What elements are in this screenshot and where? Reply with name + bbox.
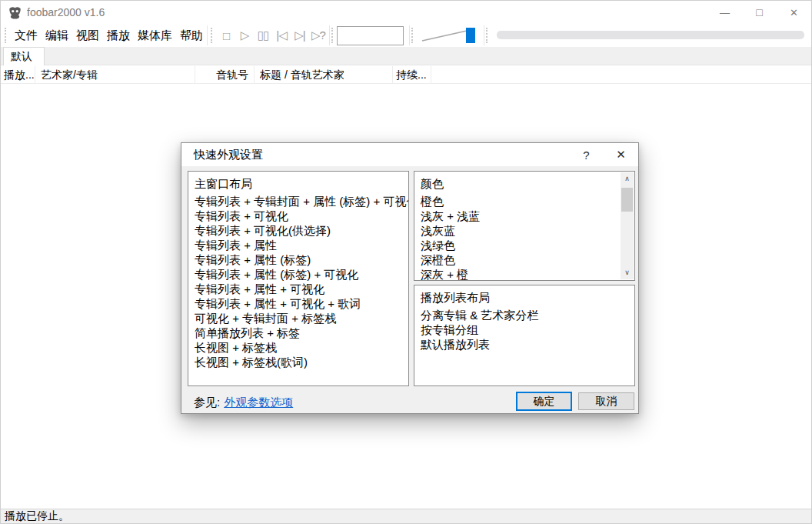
- scroll-up-icon[interactable]: ∧: [621, 172, 634, 185]
- playlist-layout-header: 播放列表布局: [421, 290, 628, 305]
- menu-edit[interactable]: 编辑: [42, 24, 72, 47]
- column-artist-album[interactable]: 艺术家/专辑: [35, 66, 195, 84]
- volume-slider[interactable]: [421, 25, 478, 45]
- list-item[interactable]: 分离专辑 & 艺术家分栏: [421, 308, 628, 322]
- toolbar-separator: [329, 25, 330, 45]
- list-item[interactable]: 专辑列表 + 可视化: [195, 209, 402, 223]
- column-playing[interactable]: 播放...: [1, 66, 35, 84]
- quick-appearance-dialog: 快速外观设置 ? ✕ 主窗口布局 专辑列表 + 专辑封面 + 属性 (标签) +…: [181, 142, 639, 414]
- order-combobox[interactable]: [337, 26, 404, 45]
- list-item[interactable]: 橙色: [421, 194, 614, 209]
- status-bar: 播放已停止。: [1, 509, 811, 523]
- dialog-title-bar: 快速外观设置 ? ✕: [181, 143, 638, 166]
- maximize-button[interactable]: □: [742, 1, 777, 24]
- list-item[interactable]: 专辑列表 + 可视化(供选择): [195, 223, 402, 238]
- list-item[interactable]: 长视图 + 标签栈(歌词): [195, 355, 402, 369]
- help-icon[interactable]: ?: [569, 143, 604, 166]
- list-item[interactable]: 长视图 + 标签栈: [195, 340, 402, 355]
- next-track-icon[interactable]: ▷|: [291, 25, 309, 45]
- toolbar-separator: [207, 25, 208, 45]
- toolbar-separator: [484, 25, 484, 45]
- list-item[interactable]: 专辑列表 + 属性 (标签): [195, 252, 402, 267]
- previous-track-icon[interactable]: |◁: [272, 25, 291, 45]
- see-also-label: 参见:: [194, 396, 220, 410]
- window-title: foobar2000 v1.6: [27, 6, 105, 18]
- column-duration[interactable]: 持续...: [393, 66, 431, 84]
- foobar2000-logo-icon: [8, 6, 22, 19]
- list-item[interactable]: 默认播放列表: [421, 337, 628, 352]
- foobar2000-window: foobar2000 v1.6 — □ ✕ 文件 编辑 视图 播放 媒体库 帮助…: [0, 0, 812, 524]
- stop-icon[interactable]: □: [217, 25, 235, 45]
- list-item[interactable]: 专辑列表 + 属性 + 可视化 + 歌词: [195, 296, 402, 311]
- menu-library[interactable]: 媒体库: [134, 24, 176, 47]
- toolbar-gripper[interactable]: [331, 28, 333, 43]
- seek-bar[interactable]: [497, 31, 804, 39]
- toolbar-gripper[interactable]: [211, 28, 212, 43]
- menu-playback[interactable]: 播放: [103, 24, 134, 47]
- list-item[interactable]: 专辑列表 + 专辑封面 + 属性 (标签) + 可视化 + 歌词: [195, 194, 402, 209]
- list-item[interactable]: 浅灰 + 浅蓝: [421, 209, 614, 223]
- toolbar-gripper[interactable]: [5, 28, 6, 43]
- close-button[interactable]: ✕: [777, 1, 811, 24]
- colors-header: 颜色: [421, 176, 614, 191]
- menu-toolbar-row: 文件 编辑 视图 播放 媒体库 帮助 □ ▷ ▯▯ |◁ ▷| ▷?: [1, 24, 811, 47]
- dialog-title: 快速外观设置: [181, 148, 263, 162]
- window-controls: — □ ✕: [707, 1, 811, 24]
- playlist-layout-listbox[interactable]: 播放列表布局 分离专辑 & 艺术家分栏 按专辑分组 默认播放列表: [414, 285, 635, 386]
- list-item[interactable]: 深橙色: [421, 252, 614, 267]
- column-track-number[interactable]: 音轨号: [195, 66, 255, 84]
- list-item[interactable]: 专辑列表 + 属性: [195, 238, 402, 252]
- list-item[interactable]: 简单播放列表 + 标签: [195, 325, 402, 340]
- toolbar-gripper[interactable]: [486, 28, 488, 43]
- volume-slider-handle: [466, 28, 475, 43]
- list-item[interactable]: 深灰 + 橙: [421, 267, 614, 281]
- dialog-caption-buttons: ? ✕: [569, 143, 638, 166]
- playback-buttons: □ ▷ ▯▯ |◁ ▷| ▷?: [217, 24, 328, 47]
- column-title-track-artist[interactable]: 标题 / 音轨艺术家: [255, 66, 393, 84]
- scroll-down-icon[interactable]: ∨: [621, 266, 634, 279]
- menu-file[interactable]: 文件: [11, 24, 42, 47]
- ok-button[interactable]: 确定: [516, 392, 572, 411]
- playlist-tab-strip: 默认: [1, 47, 811, 65]
- minimize-button[interactable]: —: [707, 1, 742, 24]
- list-item[interactable]: 专辑列表 + 属性 + 可视化: [195, 282, 402, 296]
- playlist-column-headers: 播放... 艺术家/专辑 音轨号 标题 / 音轨艺术家 持续...: [1, 66, 811, 84]
- dialog-close-icon[interactable]: ✕: [604, 143, 638, 166]
- list-item[interactable]: 可视化 + 专辑封面 + 标签栈: [195, 311, 402, 325]
- list-item[interactable]: 浅绿色: [421, 238, 614, 252]
- status-text: 播放已停止。: [5, 509, 69, 523]
- random-track-icon[interactable]: ▷?: [309, 25, 328, 45]
- menu-view[interactable]: 视图: [72, 24, 103, 47]
- scrollbar-thumb[interactable]: [621, 188, 633, 212]
- main-layout-listbox[interactable]: 主窗口布局 专辑列表 + 专辑封面 + 属性 (标签) + 可视化 + 歌词 专…: [188, 171, 409, 386]
- colors-scrollbar[interactable]: ∧ ∨: [621, 172, 634, 279]
- toolbar-separator: [409, 25, 410, 45]
- main-layout-header: 主窗口布局: [195, 176, 402, 191]
- menu-bar: 文件 编辑 视图 播放 媒体库 帮助: [11, 24, 207, 47]
- playlist-tab-default[interactable]: 默认: [3, 47, 45, 65]
- see-also-row: 参见: 外观参数选项: [194, 396, 293, 410]
- list-item[interactable]: 专辑列表 + 属性 (标签) + 可视化: [195, 267, 402, 282]
- title-bar: foobar2000 v1.6 — □ ✕: [1, 1, 811, 24]
- toolbar-gripper[interactable]: [411, 28, 413, 43]
- list-item[interactable]: 按专辑分组: [421, 322, 628, 337]
- menu-help[interactable]: 帮助: [176, 24, 207, 47]
- appearance-preferences-link[interactable]: 外观参数选项: [224, 396, 293, 410]
- pause-icon[interactable]: ▯▯: [254, 25, 272, 45]
- play-icon[interactable]: ▷: [235, 25, 254, 45]
- colors-listbox[interactable]: 颜色 橙色 浅灰 + 浅蓝 浅灰蓝 浅绿色 深橙色 深灰 + 橙 深灰 + 洋红…: [414, 171, 635, 281]
- cancel-button[interactable]: 取消: [578, 392, 634, 410]
- list-item[interactable]: 浅灰蓝: [421, 223, 614, 238]
